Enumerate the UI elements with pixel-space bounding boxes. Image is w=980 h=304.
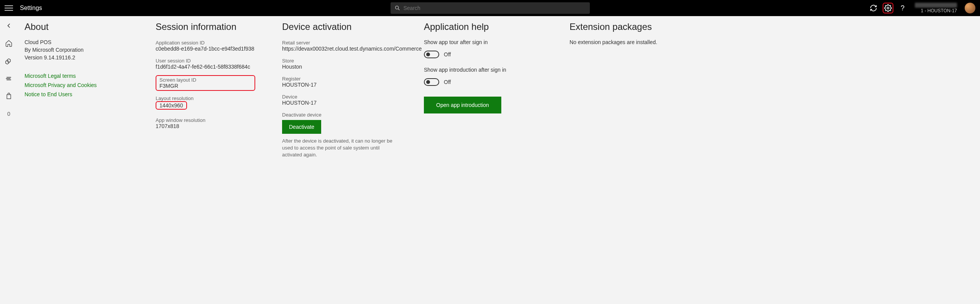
window-resolution-value: 1707x818 — [156, 123, 255, 129]
privacy-cookies-link[interactable]: Microsoft Privacy and Cookies — [25, 82, 129, 88]
page-title: Settings — [20, 5, 42, 12]
deactivate-device-label: Deactivate device — [282, 112, 397, 118]
product-name: Cloud POS — [25, 39, 129, 45]
register-label: Register — [282, 76, 397, 82]
settings-main: About Cloud POS By Microsoft Corporation… — [18, 16, 980, 304]
bag-icon[interactable] — [5, 92, 13, 100]
device-label: Device — [282, 94, 397, 100]
application-help-section: Application help Show app tour after sig… — [424, 21, 543, 292]
layout-resolution-value: 1440x960 — [159, 102, 183, 108]
left-nav-rail: 0 — [0, 16, 18, 304]
session-heading: Session information — [156, 21, 255, 32]
refresh-icon[interactable] — [868, 3, 879, 13]
app-session-id-value: c0ebedd8-e169-ea7d-1bcc-e94f3ed1f938 — [156, 46, 255, 52]
device-value: HOUSTON-17 — [282, 100, 397, 106]
layout-resolution-label: Layout resolution — [156, 95, 255, 101]
settings-gear-icon[interactable] — [883, 3, 893, 13]
header-right: ? 1 - HOUSTON-17 — [868, 3, 975, 13]
device-activation-section: Device activation Retail server https://… — [282, 21, 397, 292]
about-heading: About — [25, 21, 129, 32]
deactivate-note: After the device is deactivated, it can … — [282, 138, 397, 159]
search-input[interactable] — [404, 5, 586, 11]
search-box[interactable] — [391, 2, 590, 14]
session-section: Session information Application session … — [156, 21, 255, 292]
app-tour-state: Off — [444, 51, 451, 58]
retail-server-label: Retail server — [282, 40, 397, 46]
layout-resolution-highlight: 1440x960 — [156, 101, 187, 110]
avatar[interactable] — [965, 3, 975, 13]
product-version: Version 9.14.19116.2 — [25, 54, 129, 61]
extension-packages-section: Extension packages No extension packages… — [570, 21, 665, 292]
retail-server-value: https://devax00032ret.cloud.test.dynamic… — [282, 46, 397, 52]
user-session-id-value: f1d6f1d2-4a47-fe62-66c1-58f8338f684c — [156, 64, 255, 70]
device-heading: Device activation — [282, 21, 397, 32]
store-value: Houston — [282, 64, 397, 70]
app-session-id-label: Application session ID — [156, 40, 255, 46]
list-icon[interactable] — [5, 74, 13, 83]
svg-line-1 — [398, 9, 399, 10]
app-intro-toggle[interactable] — [424, 78, 439, 86]
screen-layout-id-value: F3MGR — [159, 83, 251, 89]
help-icon[interactable]: ? — [897, 3, 908, 13]
app-tour-toggle[interactable] — [424, 51, 439, 58]
open-app-introduction-button[interactable]: Open app introduction — [424, 97, 501, 113]
app-header: Settings ? 1 - HOUSTON-17 — [0, 0, 980, 16]
svg-point-0 — [395, 6, 398, 9]
home-icon[interactable] — [5, 39, 13, 48]
svg-point-2 — [887, 7, 889, 9]
about-section: About Cloud POS By Microsoft Corporation… — [18, 21, 129, 292]
search-icon — [394, 5, 401, 11]
product-by: By Microsoft Corporation — [25, 47, 129, 53]
hamburger-icon[interactable] — [5, 4, 13, 12]
nav-counter[interactable]: 0 — [5, 110, 13, 118]
app-intro-state: Off — [444, 79, 451, 85]
ext-empty-text: No extension packages are installed. — [570, 39, 665, 45]
ext-heading: Extension packages — [570, 21, 665, 32]
app-intro-label: Show app introduction after sign in — [424, 67, 543, 73]
end-users-notice-link[interactable]: Notice to End Users — [25, 91, 129, 97]
products-icon[interactable] — [5, 57, 13, 65]
help-heading: Application help — [424, 21, 543, 32]
app-tour-label: Show app tour after sign in — [424, 39, 543, 45]
user-store-label: 1 - HOUSTON-17 — [915, 8, 957, 13]
legal-terms-link[interactable]: Microsoft Legal terms — [25, 73, 129, 79]
screen-layout-id-label: Screen layout ID — [159, 77, 251, 83]
user-name-blurred — [915, 3, 957, 8]
deactivate-button[interactable]: Deactivate — [282, 120, 321, 134]
window-resolution-label: App window resolution — [156, 117, 255, 123]
user-info[interactable]: 1 - HOUSTON-17 — [915, 3, 957, 13]
store-label: Store — [282, 58, 397, 64]
screen-layout-id-highlight: Screen layout ID F3MGR — [156, 75, 255, 91]
back-icon[interactable] — [5, 21, 13, 30]
user-session-id-label: User session ID — [156, 58, 255, 64]
register-value: HOUSTON-17 — [282, 82, 397, 88]
